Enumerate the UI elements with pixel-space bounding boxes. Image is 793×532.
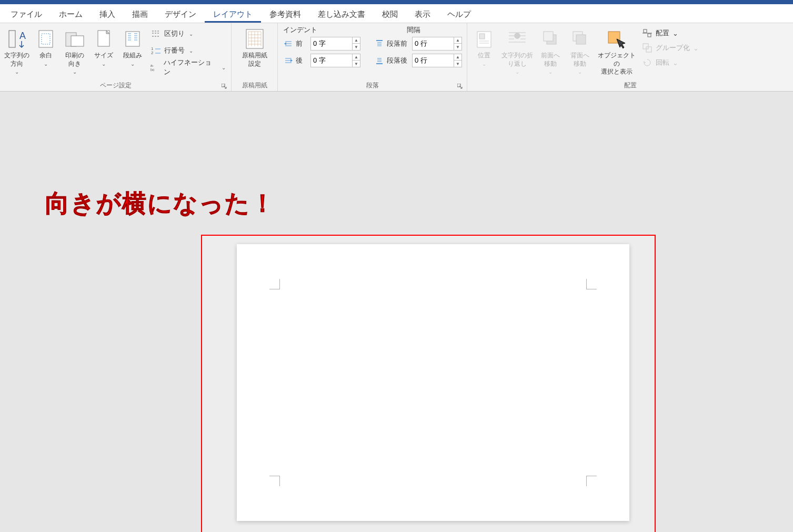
tab-insert[interactable]: 挿入: [91, 6, 124, 23]
margin-corner-br: [586, 476, 597, 486]
chevron-down-icon: ⌄: [189, 48, 193, 54]
margins-button[interactable]: 余白 ⌄: [31, 24, 60, 69]
size-icon: [95, 26, 113, 52]
margin-corner-bl: [269, 476, 280, 486]
chevron-down-icon: ⌄: [73, 69, 77, 75]
chevron-down-icon: ⌄: [672, 59, 678, 67]
group-objects-label: グループ化: [656, 43, 690, 53]
group-paragraph: インデント 間隔 前 ▲▼ 段落前 ▲▼: [278, 23, 467, 91]
line-numbers-label: 行番号: [164, 46, 185, 55]
bring-forward-label: 前面へ 移動: [541, 52, 560, 68]
svg-rect-42: [644, 29, 647, 33]
tab-mailmerge[interactable]: 差し込み文書: [309, 6, 374, 23]
tab-file[interactable]: ファイル: [2, 6, 51, 23]
send-backward-label: 背面へ 移動: [570, 52, 589, 68]
spinner-down[interactable]: ▼: [353, 61, 360, 67]
rotate-label: 回転: [656, 58, 669, 67]
chevron-down-icon: ⌄: [15, 69, 19, 75]
text-direction-label: 文字列の 方向: [4, 52, 29, 68]
position-icon: [475, 26, 493, 52]
send-backward-icon: [571, 26, 589, 52]
indent-after-spinner[interactable]: ▲▼: [310, 54, 360, 67]
margin-corner-tl: [269, 279, 280, 289]
indent-after-input[interactable]: [310, 54, 353, 67]
send-backward-button: 背面へ 移動 ⌄: [565, 24, 595, 77]
svg-rect-7: [126, 32, 139, 46]
group-icon: [642, 43, 653, 53]
tab-layout[interactable]: レイアウト: [205, 6, 261, 23]
spinner-up[interactable]: ▲: [353, 37, 360, 44]
tab-help[interactable]: ヘルプ: [439, 6, 479, 23]
group-label-page-setup: ページ設定: [2, 81, 229, 90]
chevron-down-icon: ⌄: [578, 69, 582, 75]
chevron-down-icon: ⌄: [131, 61, 135, 67]
tab-review[interactable]: 校閲: [374, 6, 406, 23]
breaks-button[interactable]: 区切り ⌄: [148, 26, 228, 41]
hyphenation-button[interactable]: a-bc ハイフネーション ⌄: [148, 60, 228, 75]
space-after-input[interactable]: [412, 54, 454, 67]
margin-corner-tr: [586, 279, 597, 289]
position-button: 位置 ⌄: [469, 24, 499, 69]
tab-view[interactable]: 表示: [406, 6, 439, 23]
svg-rect-46: [646, 47, 651, 52]
spinner-up[interactable]: ▲: [353, 54, 360, 61]
page-setup-dialog-launcher[interactable]: [220, 83, 228, 90]
svg-rect-40: [576, 35, 586, 44]
columns-icon: [124, 26, 142, 52]
space-before-label: 段落前: [387, 39, 410, 48]
text-direction-icon: A: [8, 26, 26, 52]
size-button[interactable]: サイズ ⌄: [89, 24, 118, 69]
chevron-down-icon: ⌄: [482, 61, 486, 67]
space-before-input[interactable]: [412, 37, 454, 51]
orientation-label: 印刷の 向き: [65, 52, 84, 68]
rotate-button: 回転 ⌄: [640, 56, 701, 69]
wrap-text-button: 文字列の折 り返し ⌄: [499, 24, 536, 77]
columns-button[interactable]: 段組み ⌄: [118, 24, 147, 69]
svg-rect-36: [479, 34, 485, 39]
group-objects-button: グループ化 ⌄: [640, 41, 701, 55]
indent-before-spinner[interactable]: ▲▼: [310, 37, 360, 51]
spinner-up[interactable]: ▲: [454, 37, 461, 44]
spinner-down[interactable]: ▼: [353, 44, 360, 50]
tab-home[interactable]: ホーム: [51, 6, 91, 23]
ribbon-tabs: ファイル ホーム 挿入 描画 デザイン レイアウト 参考資料 差し込み文書 校閲…: [0, 4, 793, 23]
svg-rect-45: [643, 44, 648, 49]
svg-rect-38: [544, 32, 553, 41]
manuscript-icon: [244, 26, 265, 52]
spinner-down[interactable]: ▼: [454, 61, 461, 67]
svg-rect-5: [71, 36, 84, 46]
selection-pane-label: オブジェクトの 選択と表示: [596, 52, 638, 76]
document-page[interactable]: [237, 244, 629, 521]
position-label: 位置: [478, 52, 490, 60]
spinner-down[interactable]: ▼: [454, 44, 461, 50]
breaks-icon: [150, 28, 161, 39]
group-page-setup: A 文字列の 方向 ⌄ 余白 ⌄ 印刷の 向き ⌄: [0, 23, 232, 91]
indent-before-input[interactable]: [310, 37, 353, 51]
indent-after-label: 後: [296, 56, 308, 65]
space-before-spinner[interactable]: ▲▼: [412, 37, 462, 51]
group-label-paragraph: 段落: [280, 81, 465, 90]
chevron-down-icon: ⌄: [515, 69, 519, 75]
align-button[interactable]: 配置 ⌄: [640, 26, 701, 40]
columns-label: 段組み: [123, 52, 142, 60]
selection-pane-button[interactable]: オブジェクトの 選択と表示: [595, 24, 639, 78]
svg-rect-43: [648, 34, 651, 37]
spinner-up[interactable]: ▲: [454, 54, 461, 61]
svg-text:a-: a-: [150, 64, 154, 67]
group-arrange: 位置 ⌄ 文字列の折 り返し ⌄ 前面へ 移動 ⌄: [467, 23, 793, 91]
space-after-spinner[interactable]: ▲▼: [412, 54, 462, 67]
line-numbers-button[interactable]: 12 行番号 ⌄: [148, 43, 228, 58]
tab-design[interactable]: デザイン: [156, 6, 205, 23]
svg-rect-0: [9, 31, 15, 47]
tab-draw[interactable]: 描画: [124, 6, 156, 23]
breaks-label: 区切り: [164, 29, 185, 38]
manuscript-settings-button[interactable]: 原稿用紙 設定: [235, 24, 275, 70]
space-after-icon: [374, 55, 385, 66]
chevron-down-icon: ⌄: [672, 29, 678, 37]
paragraph-dialog-launcher[interactable]: [456, 83, 464, 90]
tab-references[interactable]: 参考資料: [261, 6, 309, 23]
chevron-down-icon: ⌄: [693, 44, 699, 52]
text-direction-button[interactable]: A 文字列の 方向 ⌄: [2, 24, 31, 77]
ribbon: A 文字列の 方向 ⌄ 余白 ⌄ 印刷の 向き ⌄: [0, 23, 793, 92]
orientation-button[interactable]: 印刷の 向き ⌄: [60, 24, 89, 77]
